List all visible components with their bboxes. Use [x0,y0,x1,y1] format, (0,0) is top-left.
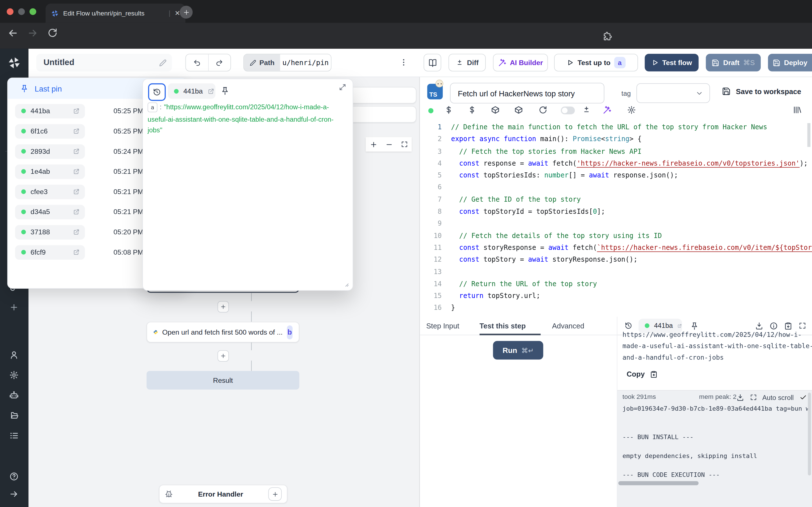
external-link-icon[interactable] [73,229,80,235]
save-to-workspace-button[interactable]: Save to workspace [722,87,801,96]
draft-button[interactable]: Draft ⌘S [706,54,761,71]
code-line[interactable]: 3 // Fetch the top stories from Hacker N… [420,145,812,157]
more-options-kebab-icon[interactable] [399,58,408,67]
redo-button[interactable] [208,54,231,71]
step-node-open-url[interactable]: Open url and fetch first 500 words of ..… [147,322,299,342]
info-icon[interactable] [769,322,777,330]
code-line[interactable]: 16} [420,302,812,314]
external-link-icon[interactable] [73,128,80,135]
maximize-window-button[interactable] [30,8,36,15]
sidebar-item-user[interactable] [9,350,18,359]
code-line[interactable]: 7 // Get the ID of the top story [420,193,812,206]
code-line[interactable]: 4 const response = await fetch('https://… [420,157,812,169]
pin-chip[interactable]: 441ba [168,83,215,99]
tab-step-input[interactable]: Step Input [426,317,459,335]
copy-button[interactable]: Copy [626,370,658,378]
reload-button[interactable] [47,27,58,38]
external-link-icon[interactable] [677,323,682,329]
package-icon[interactable] [491,106,500,114]
extensions-icon[interactable] [603,31,613,41]
code-editor[interactable]: 1// Define the main function to fetch th… [420,121,812,316]
toggle-switch[interactable] [561,107,575,114]
result-url-text[interactable]: https://www.geoffreylitt.com/2025/04/12/… [622,329,812,363]
pin-chip[interactable]: 1e4ab [15,164,85,179]
pin-chip[interactable]: 6f1c6 [15,124,85,138]
expand-popup-icon[interactable] [339,83,347,91]
docs-book-button[interactable] [423,54,441,71]
sidebar-item-workers[interactable] [9,391,18,400]
close-window-button[interactable] [7,8,13,15]
history-button[interactable] [148,83,165,101]
external-link-icon[interactable] [73,168,80,175]
run-button[interactable]: Run ⌘↵ [493,341,543,359]
tab-test-this-step[interactable]: Test this step [479,317,526,335]
result-key-badge[interactable]: a [147,103,157,112]
variables-icon[interactable] [444,106,453,114]
external-link-icon[interactable] [73,108,80,114]
expand-log-icon[interactable] [750,394,757,401]
log-panel[interactable]: took 291ms mem peak: 2 Auto scroll job=0… [617,390,812,507]
resize-handle-icon[interactable] [343,281,349,287]
external-link-icon[interactable] [207,88,214,94]
windmill-logo-icon[interactable] [7,56,21,70]
sidebar-item-help[interactable] [9,472,18,481]
external-link-icon[interactable] [73,148,80,155]
pin-chip[interactable]: cfee3 [15,184,85,199]
insert-step-button[interactable] [217,350,229,361]
code-line[interactable]: 1// Define the main function to fetch th… [420,121,812,133]
editor-scrollbar[interactable] [807,123,810,147]
code-line[interactable]: 14 // Return the URL of the top story [420,278,812,290]
copy-clipboard-icon[interactable] [784,322,792,330]
pin-icon[interactable] [690,322,698,330]
undo-button[interactable] [186,54,208,71]
pin-chip[interactable]: 2893d [15,144,85,159]
pin-value-viewer[interactable]: a : "https://www.geoffreylitt.com/2025/0… [147,102,349,134]
download-icon[interactable] [755,322,763,330]
deploy-button[interactable]: Deploy [768,54,812,71]
code-line[interactable]: 15 return topStory.url; [420,290,812,302]
code-line[interactable]: 8 const topStoryId = topStoriesIds[0]; [420,205,812,217]
result-node[interactable]: Result [147,371,299,390]
tag-select[interactable] [637,83,710,103]
ai-builder-button[interactable]: AI Builder [493,54,548,71]
external-link-icon[interactable] [73,249,80,256]
log-v-scrollbar[interactable] [808,393,811,475]
new-tab-button[interactable] [180,6,193,18]
tab-close-icon[interactable]: ✕ [174,9,180,17]
pin-chip[interactable]: 441ba [15,104,85,118]
library-icon[interactable] [793,106,802,114]
zoom-in-icon[interactable] [370,140,377,149]
diff-button[interactable]: Diff [449,54,486,71]
edit-title-pencil-icon[interactable] [159,59,167,66]
pin-chip[interactable]: 37188 [15,225,85,239]
fullscreen-icon[interactable] [799,322,806,330]
sidebar-item-folders[interactable] [9,411,18,420]
code-line[interactable]: 10 // Fetch the details of the top story… [420,230,812,242]
autoscroll-label[interactable]: Auto scroll [762,394,794,402]
history-icon[interactable] [624,322,632,330]
sidebar-item-add[interactable] [9,302,18,312]
resources-icon[interactable] [468,106,476,114]
flow-title-field[interactable]: Untitled [36,54,172,71]
code-line[interactable]: 6 [420,181,812,193]
tab-advanced[interactable]: Advanced [552,317,584,335]
download-log-icon[interactable] [737,394,744,402]
zoom-out-icon[interactable] [385,140,393,149]
code-line[interactable]: 2export async function main(): Promise<s… [420,133,812,145]
minimize-window-button[interactable] [18,8,25,15]
ai-wand-icon[interactable] [603,106,612,114]
step-title-input[interactable]: Fetch url of HackerNews top story [450,83,604,103]
browser-tab[interactable]: Edit Flow u/henri/pin_results | ✕ [46,4,186,23]
pin-chip[interactable]: d34a5 [15,205,85,219]
diff-icon[interactable] [582,106,591,114]
sidebar-item-audit-logs[interactable] [9,431,18,440]
code-line[interactable]: 17 [420,314,812,316]
pin-icon[interactable] [220,87,229,95]
test-flow-button[interactable]: Test flow [645,54,699,71]
external-link-icon[interactable] [73,209,80,215]
code-line[interactable]: 13 [420,266,812,278]
settings-gear-icon[interactable] [627,106,636,114]
log-h-scrollbar[interactable] [618,481,699,485]
external-link-icon[interactable] [73,188,80,195]
back-button[interactable] [7,27,18,39]
